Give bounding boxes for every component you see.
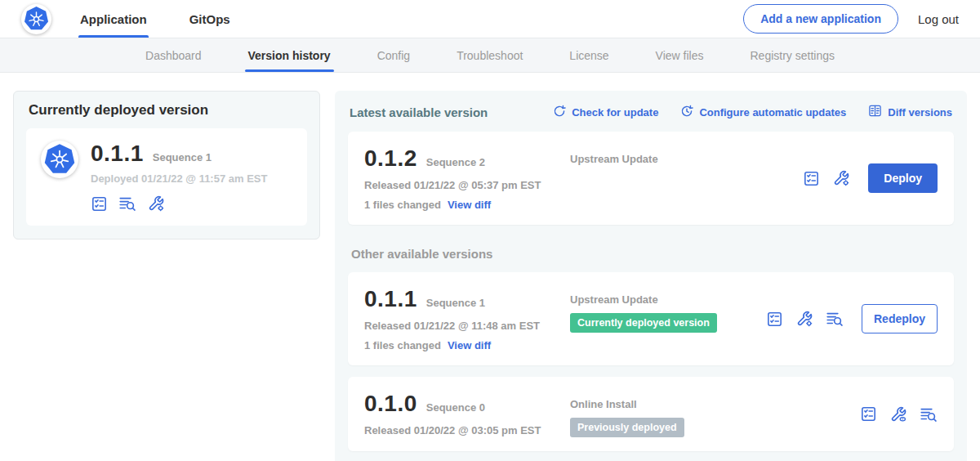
currently-deployed-badge: Currently deployed version — [570, 313, 717, 333]
latest-version-title: Latest available version — [350, 105, 488, 119]
logs-icon[interactable] — [920, 405, 938, 423]
deployed-timestamp: Deployed 01/21/22 @ 11:57 am EST — [91, 172, 267, 185]
app-icon — [41, 141, 78, 178]
tab-application[interactable]: Application — [78, 0, 149, 38]
files-changed-label: 1 files changed — [364, 339, 441, 351]
logout-button[interactable]: Log out — [918, 12, 959, 26]
deployed-version-number: 0.1.1 — [91, 141, 144, 167]
config-wrench-eye-icon[interactable] — [889, 405, 907, 423]
preflight-checklist-icon[interactable] — [91, 195, 108, 213]
kubernetes-helm-icon — [24, 7, 49, 32]
version-row-0-1-1: 0.1.1 Sequence 1 Released 01/21/22 @ 11:… — [348, 272, 954, 365]
subnav-tab-troubleshoot[interactable]: Troubleshoot — [457, 38, 523, 72]
preflight-checklist-icon[interactable] — [803, 170, 820, 187]
sequence-label: Sequence 0 — [426, 401, 485, 414]
add-application-button[interactable]: Add a new application — [743, 4, 898, 34]
deploy-button[interactable]: Deploy — [868, 163, 938, 193]
deployed-version-info: 0.1.1 Sequence 1 Deployed 01/21/22 @ 11:… — [91, 141, 267, 213]
version-number: 0.1.1 — [364, 286, 417, 312]
subnav-tab-dashboard[interactable]: Dashboard — [145, 38, 202, 72]
view-diff-link[interactable]: View diff — [448, 339, 491, 351]
version-history-panel: Latest available version Check for updat… — [335, 91, 967, 461]
redeploy-button[interactable]: Redeploy — [862, 304, 938, 333]
refresh-icon — [553, 105, 566, 120]
preflight-checklist-icon[interactable] — [860, 405, 877, 423]
version-number: 0.1.0 — [364, 391, 417, 417]
sequence-label: Sequence 2 — [426, 156, 485, 168]
deployed-version-card: 0.1.1 Sequence 1 Deployed 01/21/22 @ 11:… — [26, 128, 307, 226]
config-wrench-gear-icon[interactable] — [147, 195, 165, 213]
released-timestamp: Released 01/21/22 @ 11:48 am EST — [364, 320, 570, 332]
configure-automatic-updates-link[interactable]: Configure automatic updates — [680, 104, 846, 120]
other-versions-title: Other available versions — [351, 247, 954, 261]
kubernetes-helm-icon — [44, 144, 76, 176]
subnav-tab-view-files[interactable]: View files — [656, 38, 704, 72]
main-content: Currently deployed version — [0, 73, 980, 461]
previously-deployed-badge: Previously deployed — [570, 418, 684, 437]
version-source-label: Upstream Update — [570, 293, 766, 306]
check-for-update-link[interactable]: Check for update — [553, 104, 658, 120]
currently-deployed-card: Currently deployed version — [13, 91, 320, 239]
config-wrench-gear-icon[interactable] — [795, 310, 813, 328]
clock-refresh-icon — [680, 105, 693, 120]
logs-icon[interactable] — [826, 310, 844, 328]
subnav-tab-config[interactable]: Config — [377, 38, 410, 72]
sequence-label: Sequence 1 — [426, 297, 485, 309]
released-timestamp: Released 01/20/22 @ 03:05 pm EST — [364, 424, 570, 436]
version-source-label: Upstream Update — [570, 153, 803, 165]
logs-icon[interactable] — [118, 195, 136, 213]
subnav-tab-registry-settings[interactable]: Registry settings — [751, 38, 835, 72]
header-right: Add a new application Log out — [743, 0, 959, 38]
view-diff-link[interactable]: View diff — [448, 199, 491, 211]
subnav-tab-license[interactable]: License — [569, 38, 608, 72]
version-row-0-1-2: 0.1.2 Sequence 2 Released 01/21/22 @ 05:… — [348, 132, 954, 225]
tab-gitops[interactable]: GitOps — [188, 0, 232, 38]
app-header: Application GitOps Add a new application… — [0, 0, 980, 38]
version-row-0-1-0: 0.1.0 Sequence 0 Released 01/20/22 @ 03:… — [348, 377, 954, 451]
currently-deployed-title: Currently deployed version — [29, 102, 307, 119]
released-timestamp: Released 01/21/22 @ 05:37 pm EST — [364, 179, 570, 191]
config-wrench-gear-icon[interactable] — [832, 169, 850, 187]
diff-versions-link[interactable]: Diff versions — [868, 104, 952, 120]
kubernetes-logo — [21, 4, 51, 34]
files-changed-label: 1 files changed — [364, 199, 441, 211]
subnav-tab-version-history[interactable]: Version history — [248, 38, 331, 72]
deployed-sequence-label: Sequence 1 — [153, 151, 212, 163]
diff-columns-icon — [868, 104, 882, 120]
app-subnav: Dashboard Version history Config Trouble… — [0, 38, 980, 73]
preflight-checklist-icon[interactable] — [766, 311, 783, 328]
version-number: 0.1.2 — [364, 145, 417, 172]
version-source-label: Online Install — [570, 398, 860, 410]
